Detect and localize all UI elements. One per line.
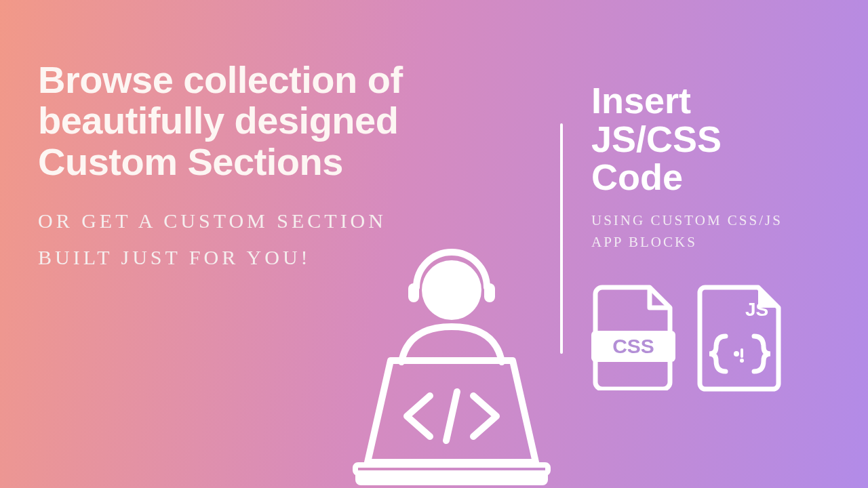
svg-point-3 — [740, 359, 744, 363]
file-icons-row: CSS JS — [590, 283, 784, 392]
svg-line-7 — [446, 392, 457, 441]
css-file-label: CSS — [612, 335, 654, 357]
headline: Browse collection of beautifully designe… — [38, 60, 418, 182]
left-text-block: Browse collection of beautifully designe… — [38, 60, 418, 276]
right-text-block: Insert JS/CSS Code USING CUSTOM CSS/JS A… — [591, 81, 815, 253]
subheadline: OR GET A CUSTOM SECTION BUILT JUST FOR Y… — [38, 203, 391, 276]
developer-laptop-icon — [350, 247, 553, 488]
svg-rect-2 — [741, 348, 743, 358]
right-sub: USING CUSTOM CSS/JS APP BLOCKS — [591, 210, 815, 253]
right-title: Insert JS/CSS Code — [591, 81, 815, 197]
svg-rect-4 — [408, 283, 419, 302]
js-file-label: JS — [745, 299, 768, 320]
css-file-icon: CSS — [590, 283, 677, 390]
vertical-divider — [560, 123, 563, 354]
svg-rect-5 — [484, 283, 495, 302]
svg-rect-6 — [355, 465, 548, 473]
js-file-icon: JS — [696, 283, 784, 392]
svg-point-1 — [734, 351, 739, 357]
